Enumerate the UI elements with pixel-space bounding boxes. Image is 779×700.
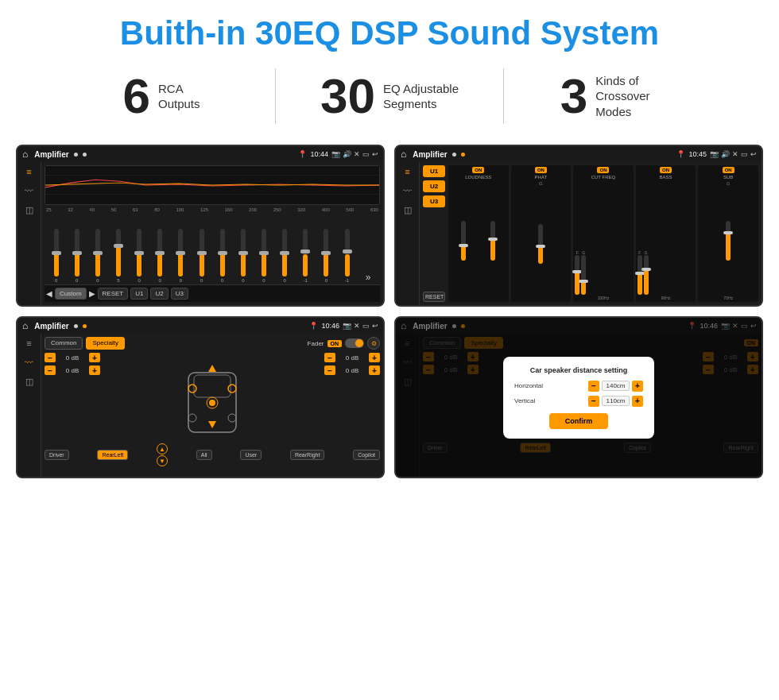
eq-time: 10:44 <box>310 150 328 158</box>
db-plus-fl[interactable]: + <box>89 353 100 362</box>
bass-slider-1[interactable] <box>638 255 642 295</box>
vertical-plus-btn[interactable]: + <box>632 396 643 407</box>
sidebar-speaker-icon-3[interactable]: ◫ <box>25 377 33 387</box>
home-icon-2[interactable]: ⌂ <box>401 149 406 160</box>
eq-reset-btn[interactable]: RESET <box>98 288 129 300</box>
page-header: Buith-in 30EQ DSP Sound System <box>0 0 779 60</box>
vertical-value: 110cm <box>602 396 630 406</box>
sidebar-speaker-icon-2[interactable]: ◫ <box>404 205 412 215</box>
eq-preset-custom[interactable]: Custom <box>55 288 87 300</box>
home-icon[interactable]: ⌂ <box>22 149 28 160</box>
eq-more-arrow[interactable]: » <box>366 272 371 283</box>
crossover-u3-btn[interactable]: U3 <box>423 195 445 207</box>
eq-freq-labels: 25 32 40 50 63 80 100 125 160 200 250 32… <box>45 207 380 212</box>
eq-slider-6: 0 <box>178 229 183 283</box>
back-icon-2[interactable]: ↩ <box>750 150 757 158</box>
sub-slider[interactable] <box>726 221 731 261</box>
fader-arrow-up[interactable]: ▲ <box>157 443 168 454</box>
horizontal-plus-btn[interactable]: + <box>632 381 643 392</box>
sidebar-eq-icon[interactable]: ≡ <box>26 167 31 176</box>
vertical-minus-btn[interactable]: − <box>588 396 599 407</box>
db-minus-fl[interactable]: − <box>45 353 56 362</box>
crossover-status-bar: ⌂ Amplifier 📍 10:45 📷 🔊 ✕ ▭ ↩ <box>396 146 762 162</box>
eq-bottom-bar: ◀ Custom ▶ RESET U1 U2 U3 <box>45 284 380 302</box>
loudness-slider-2[interactable] <box>490 221 495 261</box>
crossover-bass: ON BASS F G <box>636 165 696 302</box>
sidebar-wave-icon[interactable]: 〰 <box>25 186 33 195</box>
camera-icon-2: 📷 <box>710 150 719 158</box>
volume-icon: 🔊 <box>343 150 351 158</box>
fader-tabs: Common Specialty Fader ON ⚙ <box>45 337 380 350</box>
fader-status-icons: 📷 ✕ ▭ ↩ <box>343 322 378 330</box>
stat-eq: 30 EQ Adjustable Segments <box>276 72 503 121</box>
location-icon: 📍 <box>298 150 307 158</box>
dialog-overlay: Car speaker distance setting Horizontal … <box>396 318 762 477</box>
fader-bottom-bar: Driver RearLeft ▲ ▼ All User RearRight C… <box>45 443 380 466</box>
stat-rca: 6 RCA Outputs <box>48 72 275 121</box>
fader-sidebar: ≡ 〰 ◫ <box>17 334 41 477</box>
fader-on-badge: ON <box>327 340 343 347</box>
eq-curve-area <box>45 165 380 205</box>
svg-marker-12 <box>208 365 216 372</box>
fader-arrow-down[interactable]: ▼ <box>157 455 168 466</box>
sidebar-speaker-icon[interactable]: ◫ <box>25 205 33 215</box>
close-icon-2: ✕ <box>732 150 738 158</box>
fader-btn-driver[interactable]: Driver <box>45 450 69 460</box>
fader-slider-small[interactable] <box>345 338 364 348</box>
sidebar-wave-icon-3[interactable]: 〰 <box>25 358 33 367</box>
crossover-u2-btn[interactable]: U2 <box>423 180 445 192</box>
db-plus-rr[interactable]: + <box>369 365 380 375</box>
fader-btn-all[interactable]: All <box>196 450 212 460</box>
fader-btn-rearleft[interactable]: RearLeft <box>97 450 128 460</box>
back-icon-3[interactable]: ↩ <box>372 322 378 330</box>
crossover-body: ≡ 〰 ◫ U1 U2 U3 RESET ON LOUDNESS <box>396 162 762 305</box>
home-icon-3[interactable]: ⌂ <box>22 320 28 331</box>
loudness-slider-1[interactable] <box>461 221 466 261</box>
eq-slider-5: 0 <box>157 229 162 283</box>
db-plus-fr[interactable]: + <box>369 353 380 362</box>
sidebar-eq-icon-2[interactable]: ≡ <box>405 167 409 176</box>
db-minus-fr[interactable]: − <box>324 353 335 362</box>
eq-u1-btn[interactable]: U1 <box>130 288 148 300</box>
confirm-button[interactable]: Confirm <box>549 413 609 429</box>
fader-btn-copilot[interactable]: Copilot <box>353 450 380 460</box>
crossover-cutfreq: ON CUT FREQ F G <box>573 165 634 302</box>
eq-slider-12: -1 <box>303 229 308 283</box>
location-icon-2: 📍 <box>676 150 685 158</box>
volume-icon-2: 🔊 <box>721 150 730 158</box>
eq-prev-arrow[interactable]: ◀ <box>46 289 52 298</box>
vertical-input-group: − 110cm + <box>588 396 643 407</box>
crossover-dot-2 <box>461 153 465 157</box>
fader-tab-common[interactable]: Common <box>45 337 83 350</box>
phat-slider[interactable] <box>538 224 543 264</box>
eq-app-title: Amplifier <box>34 150 68 159</box>
sidebar-wave-icon-2[interactable]: 〰 <box>403 186 412 195</box>
db-minus-rr[interactable]: − <box>324 365 335 375</box>
db-control-rl: − 0 dB + <box>45 365 100 375</box>
horizontal-minus-btn[interactable]: − <box>588 381 599 392</box>
db-value-rr: 0 dB <box>337 367 367 374</box>
fader-settings-icon[interactable]: ⚙ <box>367 337 380 350</box>
cutfreq-slider-2[interactable] <box>581 255 586 295</box>
svg-rect-5 <box>194 375 231 397</box>
bass-slider-2[interactable] <box>644 255 649 295</box>
eq-u2-btn[interactable]: U2 <box>150 288 168 300</box>
eq-u3-btn[interactable]: U3 <box>171 288 188 300</box>
db-plus-rl[interactable]: + <box>89 365 100 375</box>
fader-btn-user[interactable]: User <box>240 450 262 460</box>
fader-screen: ⌂ Amplifier 📍 10:46 📷 ✕ ▭ ↩ ≡ 〰 ◫ Commo <box>16 316 385 478</box>
fader-btn-rearright[interactable]: RearRight <box>290 450 325 460</box>
sidebar-eq-icon-3[interactable]: ≡ <box>26 338 31 348</box>
cutfreq-slider-1[interactable] <box>575 255 579 295</box>
crossover-reset-btn[interactable]: RESET <box>423 292 445 302</box>
eq-slider-13: 0 <box>324 229 328 283</box>
svg-marker-13 <box>208 421 216 428</box>
crossover-u1-btn[interactable]: U1 <box>423 165 445 177</box>
db-control-fr: − 0 dB + <box>324 353 380 362</box>
eq-slider-8: 0 <box>220 229 225 283</box>
db-minus-rl[interactable]: − <box>45 365 56 375</box>
window-icon: ▭ <box>362 150 370 158</box>
back-icon[interactable]: ↩ <box>372 150 378 158</box>
eq-next-arrow[interactable]: ▶ <box>89 289 95 298</box>
fader-tab-specialty[interactable]: Specialty <box>86 337 124 350</box>
